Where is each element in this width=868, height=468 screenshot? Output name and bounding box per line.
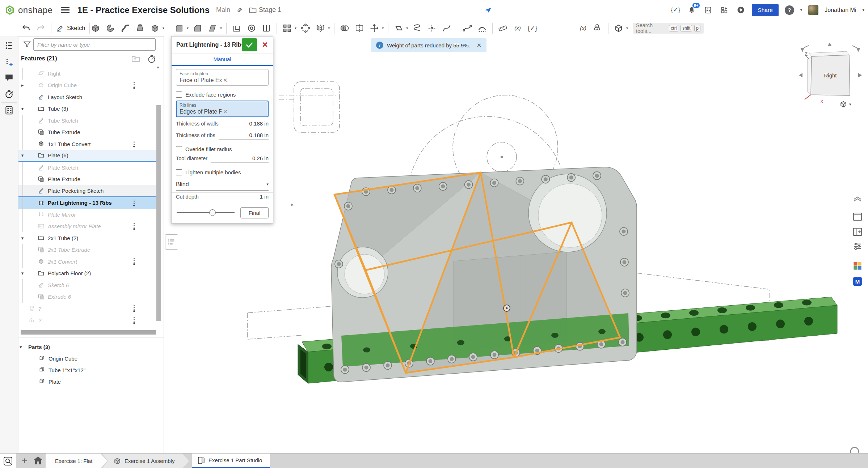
feature-row[interactable]: ▾Tube (3) (18, 103, 156, 115)
isolate-icon[interactable] (852, 194, 863, 205)
rib-lines-field[interactable]: Rib lines Edges of Plate Pocketing Sket.… (176, 101, 269, 117)
history-panel-icon[interactable] (4, 89, 14, 99)
feature-row[interactable]: ? (18, 303, 156, 315)
mirror-caret-icon[interactable]: ▾ (328, 26, 330, 30)
tab-search-button[interactable] (0, 454, 16, 468)
featurescript-braces-icon[interactable]: {✓} (670, 5, 681, 15)
feature-row[interactable]: Extrude 6 (18, 291, 156, 303)
feature-state-dots-icon[interactable] (132, 140, 136, 149)
feature-row[interactable]: AmAssembly mirror Plate (18, 221, 156, 233)
tasks-list-icon[interactable] (703, 5, 713, 15)
part-row[interactable]: Origin Cube (18, 353, 156, 364)
feature-row[interactable]: Layout Sketch (18, 91, 156, 103)
tasks-panel-icon[interactable] (4, 106, 14, 115)
linear-pattern-tool-icon[interactable] (281, 22, 293, 34)
feature-state-dots-icon[interactable] (132, 81, 136, 91)
view-settings-button[interactable]: ▾ (839, 100, 851, 109)
thicken-caret-icon[interactable]: ▾ (163, 26, 164, 30)
notification-close-icon[interactable]: ✕ (477, 42, 481, 49)
learning-center-icon[interactable] (736, 5, 746, 15)
circular-pattern-tool-icon[interactable] (300, 22, 311, 34)
display-states-tool-icon[interactable] (592, 22, 604, 34)
vertical-scrollbar[interactable] (156, 105, 161, 321)
variable-tool-icon[interactable]: (x) (512, 22, 523, 34)
plane-tool-icon[interactable] (393, 22, 404, 34)
mkcad-app-icon[interactable]: M (852, 276, 863, 287)
draft-caret-icon[interactable]: ▾ (220, 26, 222, 30)
bridging-curve-tool-icon[interactable] (476, 22, 488, 34)
cut-depth-input[interactable]: 1 in (202, 193, 269, 201)
thicken-tool-icon[interactable] (149, 22, 161, 34)
version-folder-icon[interactable] (249, 7, 257, 13)
sketch-button[interactable]: Sketch (56, 24, 85, 33)
chamfer-tool-icon[interactable] (192, 22, 203, 34)
feature-state-dots-icon[interactable] (132, 222, 136, 232)
panel-collapse-toggle[interactable] (165, 234, 178, 250)
shell-tool-icon[interactable] (231, 22, 243, 34)
face-to-lighten-field[interactable]: Face to lighten Face of Plate Extrude ✕ (176, 69, 269, 86)
feature-state-dots-icon[interactable] (132, 316, 136, 326)
hole-tool-icon[interactable] (246, 22, 257, 34)
clear-selection-icon[interactable]: ✕ (223, 77, 265, 84)
dialog-accept-button[interactable] (242, 38, 257, 51)
help-caret-icon[interactable]: ▾ (800, 8, 802, 12)
sweep-tool-icon[interactable] (119, 22, 131, 34)
section-view-icon[interactable] (852, 226, 863, 237)
rollback-stopwatch-icon[interactable] (147, 54, 156, 65)
revolve-tool-icon[interactable] (105, 22, 116, 34)
feature-row[interactable]: Part Lightening - 13 Ribs (18, 197, 156, 209)
horizontal-scrollbar[interactable] (21, 330, 156, 335)
tab-exercise-1-flat[interactable]: Exercise 1: Flat (46, 454, 107, 468)
chevron-down-icon[interactable]: ▾ (19, 106, 26, 111)
comments-panel-icon[interactable] (4, 73, 14, 82)
feature-row[interactable]: 2x1 Convert (18, 256, 156, 268)
feature-row[interactable]: Plate Pocketing Sketch (18, 185, 156, 197)
helix-tool-icon[interactable] (411, 22, 423, 34)
feature-row[interactable]: Tube Sketch (18, 115, 156, 127)
variables-table-tool-icon[interactable]: (x) (577, 22, 589, 34)
feature-row[interactable]: Sketch 6 (18, 279, 156, 291)
home-tab-button[interactable] (33, 455, 44, 467)
feature-row[interactable]: 2x1 Tube Extrude (18, 244, 156, 256)
feature-row[interactable]: ▸Origin Cube (18, 80, 156, 92)
exclude-face-regions-checkbox[interactable]: Exclude face regions (176, 89, 269, 100)
cut-depth-slider-handle[interactable] (209, 209, 216, 216)
thickness-walls-input[interactable]: 0.188 in (222, 120, 269, 128)
plane-caret-icon[interactable]: ▾ (406, 26, 408, 30)
new-tab-button[interactable]: + (19, 454, 30, 467)
view-options-caret-icon[interactable]: ▾ (626, 26, 628, 30)
end-condition-dropdown[interactable]: Blind ▾ (176, 178, 269, 191)
featurescript-tool-icon[interactable]: {✓} (527, 22, 538, 34)
feature-row[interactable]: Plate Extrude (18, 174, 156, 186)
feature-row[interactable]: Right (18, 68, 156, 80)
feature-row[interactable]: ? (18, 315, 156, 327)
feature-state-dots-icon[interactable] (132, 305, 136, 314)
transform-tool-icon[interactable] (368, 22, 380, 34)
avatar[interactable] (808, 5, 818, 15)
undo-button[interactable] (20, 22, 32, 34)
scroll-up-arrow[interactable]: ▲ (156, 65, 160, 69)
parts-header-row[interactable]: ▾Parts (3) (18, 341, 156, 353)
insert-new-panel-icon[interactable] (4, 58, 14, 67)
tool-diameter-input[interactable]: 0.26 in (211, 155, 269, 163)
part-row[interactable]: Plate (18, 376, 156, 387)
projected-curve-tool-icon[interactable] (462, 22, 473, 34)
thickness-ribs-input[interactable]: 0.188 in (219, 132, 269, 140)
measure-tool-icon[interactable] (497, 22, 509, 34)
extrude-tool-icon[interactable] (90, 22, 101, 34)
chevron-down-icon[interactable]: ▾ (19, 271, 26, 276)
chevron-down-icon[interactable]: ▾ (19, 153, 26, 158)
feature-list-panel-icon[interactable] (4, 41, 14, 50)
render-options-icon[interactable] (852, 241, 863, 252)
appearance-panel-icon[interactable] (852, 260, 863, 271)
display-panel-icon[interactable] (852, 211, 863, 222)
onshape-logo[interactable]: onshape (4, 5, 53, 16)
workspace-label[interactable]: Main (216, 6, 230, 14)
view-cube[interactable]: Right x Z (795, 41, 865, 113)
cut-depth-slider-track[interactable] (177, 212, 235, 213)
fillet-caret-icon[interactable]: ▾ (187, 26, 189, 30)
search-tools-box[interactable]: Search tools... ctrlshiftp (633, 23, 704, 34)
filter-icon[interactable] (23, 40, 31, 50)
dialog-cancel-button[interactable]: ✕ (259, 38, 271, 51)
chevron-down-icon[interactable]: ▾ (19, 235, 26, 241)
